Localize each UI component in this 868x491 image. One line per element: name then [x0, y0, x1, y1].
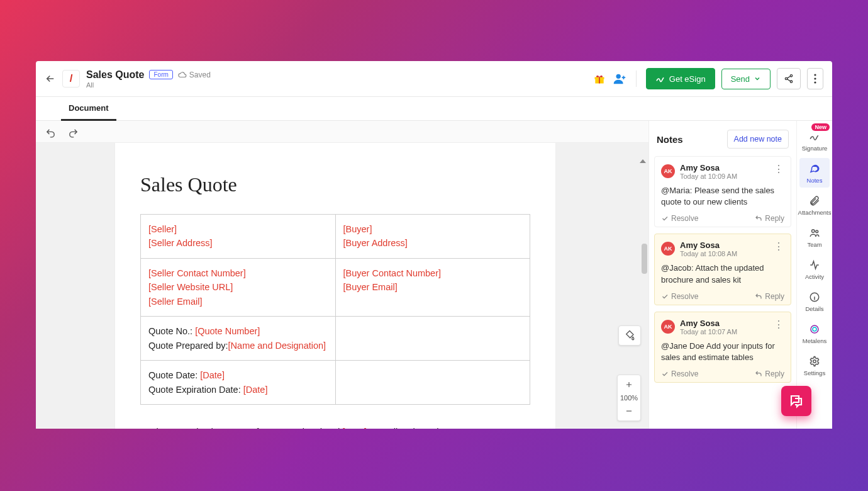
note-card[interactable]: AK Amy Sosa Today at 10:08 AM ⋮ @Jacob: …: [654, 234, 791, 305]
buyer-email-placeholder[interactable]: [Buyer Email]: [343, 282, 398, 292]
scroll-thumb[interactable]: [642, 244, 647, 274]
table-row: [Seller Contact Number] [Seller Website …: [141, 258, 530, 316]
quote-date-placeholder[interactable]: [Date]: [200, 370, 225, 380]
note-author: Amy Sosa: [680, 240, 737, 250]
reply-label: Reply: [765, 292, 784, 301]
check-icon: [661, 293, 669, 300]
note-card[interactable]: AK Amy Sosa Today at 10:07 AM ⋮ @Jane Do…: [654, 312, 791, 383]
canvas-scroll[interactable]: Sales Quote [Seller] [Seller Address] [B…: [36, 142, 648, 429]
rail-metalens[interactable]: Metalens: [799, 319, 830, 348]
avatar: AK: [661, 164, 675, 178]
note-author: Amy Sosa: [680, 319, 737, 328]
add-note-button[interactable]: Add new note: [727, 130, 789, 149]
reply-button[interactable]: Reply: [755, 370, 784, 378]
reply-icon: [755, 293, 762, 300]
zoom-out-button[interactable]: [618, 402, 640, 420]
note-menu-button[interactable]: ⋮: [773, 319, 784, 330]
undo-icon: [45, 128, 56, 138]
rail-label: Attachments: [798, 209, 832, 216]
rail-label: Metalens: [803, 337, 827, 344]
document-title: Sales Quote: [86, 69, 144, 81]
more-button[interactable]: [807, 68, 823, 89]
table-row: [Seller] [Seller Address] [Buyer] [Buyer…: [141, 215, 530, 259]
more-vertical-icon: [814, 74, 816, 84]
rail-attachments[interactable]: Attachments: [799, 190, 830, 220]
quote-prepared-label: Quote Prepared by:: [148, 341, 228, 351]
document-page[interactable]: Sales Quote [Seller] [Seller Address] [B…: [115, 143, 555, 429]
gear-icon: [809, 356, 820, 367]
document-icon: /: [62, 70, 80, 87]
arrow-left-icon: [45, 73, 56, 84]
reply-icon: [755, 215, 762, 222]
get-esign-button[interactable]: Get eSign: [646, 68, 715, 89]
cloud-icon: [178, 71, 187, 79]
rail-label: Details: [805, 305, 823, 312]
rail-notes[interactable]: Notes: [799, 158, 830, 188]
svg-point-15: [813, 360, 816, 363]
chat-fab[interactable]: [781, 386, 811, 416]
share-button[interactable]: [777, 68, 801, 89]
seller-email-placeholder[interactable]: [Seller Email]: [148, 296, 202, 307]
seller-website-placeholder[interactable]: [Seller Website URL]: [148, 282, 233, 292]
breadcrumb[interactable]: All: [86, 81, 211, 89]
scroll-up-arrow[interactable]: [640, 159, 646, 163]
gift-icon[interactable]: [593, 72, 606, 86]
document-body-paragraph[interactable]: We have received a request for a quotati…: [140, 425, 530, 429]
send-button[interactable]: Send: [721, 69, 771, 89]
resolve-button[interactable]: Resolve: [661, 214, 698, 223]
redo-button[interactable]: [65, 125, 81, 141]
info-icon: [809, 291, 820, 303]
resolve-label: Resolve: [671, 214, 698, 223]
gift-svg: [593, 72, 606, 85]
person-plus-icon: [613, 72, 626, 86]
buyer-address-placeholder[interactable]: [Buyer Address]: [343, 238, 408, 248]
back-button[interactable]: [42, 71, 58, 87]
note-menu-button[interactable]: ⋮: [773, 163, 784, 175]
fill-tool-button[interactable]: [618, 325, 641, 346]
seller-placeholder[interactable]: [Seller]: [148, 224, 177, 234]
note-body: @Jacob: Attach the updated brochure and …: [661, 262, 784, 285]
seller-address-placeholder[interactable]: [Seller Address]: [148, 238, 213, 248]
note-card[interactable]: AK Amy Sosa Today at 10:09 AM ⋮ @Maria: …: [654, 156, 791, 227]
resolve-label: Resolve: [671, 292, 698, 301]
resolve-button[interactable]: Resolve: [661, 292, 698, 301]
note-menu-button[interactable]: ⋮: [773, 240, 784, 252]
team-icon: [809, 227, 820, 239]
body-date-placeholder[interactable]: [Date]: [342, 427, 367, 429]
reply-button[interactable]: Reply: [755, 214, 784, 223]
notes-list: AK Amy Sosa Today at 10:09 AM ⋮ @Maria: …: [649, 156, 796, 429]
quote-exp-placeholder[interactable]: [Date]: [243, 385, 268, 395]
rail-team[interactable]: Team: [799, 222, 830, 252]
rail-activity[interactable]: Activity: [799, 254, 830, 284]
quote-no-placeholder[interactable]: [Quote Number]: [195, 326, 260, 336]
activity-icon: [809, 259, 820, 271]
rail-settings[interactable]: Settings: [799, 351, 830, 380]
rail-details[interactable]: Details: [799, 286, 830, 316]
chevron-down-icon: [754, 75, 761, 82]
tab-document[interactable]: Document: [61, 97, 116, 121]
buyer-contact-placeholder[interactable]: [Buyer Contact Number]: [343, 268, 442, 278]
add-user-button[interactable]: [613, 72, 626, 86]
title-block: Sales Quote Form Saved All: [86, 69, 211, 89]
right-rail: New Signature Notes Attachments Team Act…: [797, 121, 832, 429]
check-icon: [661, 215, 669, 222]
form-badge: Form: [149, 70, 172, 79]
notes-panel: Notes Add new note AK Amy Sosa Today at …: [649, 121, 797, 429]
undo-button[interactable]: [42, 125, 58, 141]
avatar: AK: [661, 242, 675, 256]
signature-icon: [655, 74, 665, 84]
app-window: / Sales Quote Form Saved All Get: [36, 61, 832, 429]
quote-prepared-placeholder[interactable]: [Name and Designation]: [228, 341, 326, 351]
table-row: Quote Date: [Date] Quote Expiration Date…: [141, 361, 530, 405]
svg-point-9: [814, 81, 816, 83]
note-time: Today at 10:09 AM: [680, 172, 737, 180]
chat-icon: [809, 163, 820, 174]
reply-button[interactable]: Reply: [755, 292, 784, 301]
seller-contact-placeholder[interactable]: [Seller Contact Number]: [148, 268, 246, 278]
resolve-button[interactable]: Resolve: [661, 370, 698, 378]
quote-exp-label: Quote Expiration Date:: [148, 385, 243, 395]
zoom-in-button[interactable]: [618, 375, 640, 394]
buyer-placeholder[interactable]: [Buyer]: [343, 224, 372, 234]
reply-label: Reply: [765, 214, 784, 223]
rail-label: Activity: [805, 273, 824, 280]
